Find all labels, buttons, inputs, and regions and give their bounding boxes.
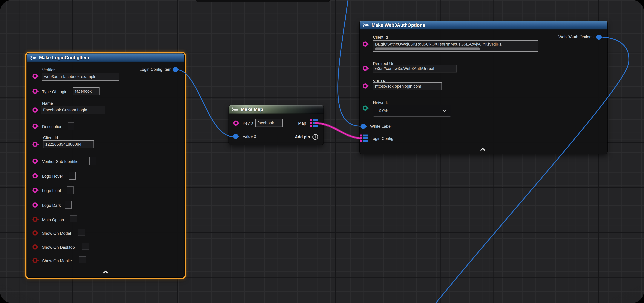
network-value: CYAN [379, 109, 388, 113]
key0-value: facebook [258, 121, 274, 125]
client-id-pin[interactable] [363, 42, 368, 46]
show-on-mobile-label: Show On Mobile [42, 258, 72, 263]
client-id-input[interactable]: 1222658941886084 [43, 140, 94, 148]
logo-dark-input[interactable] [65, 201, 72, 209]
login-config-label: Login Config [370, 136, 394, 141]
add-pin-plus-icon [312, 134, 318, 140]
node-title: Make LoginConfigItem [39, 55, 89, 60]
logo-light-pin[interactable] [32, 188, 38, 193]
show-on-mobile-checkbox[interactable] [79, 256, 86, 263]
client-id-value: 1222658941886084 [45, 142, 81, 147]
description-pin[interactable] [32, 124, 38, 129]
white-label-pin[interactable] [361, 124, 366, 129]
show-on-modal-pin[interactable] [32, 230, 38, 236]
type-of-login-pin[interactable] [32, 89, 38, 94]
main-option-label: Main Option [42, 218, 64, 222]
logo-dark-label: Logo Dark [42, 203, 61, 208]
wire-offscreen-to-white-label[interactable] [338, 0, 361, 126]
verifier-value: web3auth-facebook-example [44, 74, 96, 79]
type-of-login-value: facebook [75, 89, 92, 94]
add-pin-button[interactable]: Add pin [295, 134, 318, 140]
verifier-sub-identifier-label: Verifier Sub Identifier [42, 159, 80, 164]
verifier-sub-identifier-pin[interactable] [32, 158, 38, 164]
logo-hover-input[interactable] [69, 172, 76, 180]
show-on-desktop-pin[interactable] [32, 244, 38, 250]
offscreen-node-edge[interactable] [196, 0, 330, 2]
web3auth-options-output-label: Web 3Auth Options [558, 34, 594, 40]
wire-login-config-item-to-value0[interactable] [178, 70, 233, 137]
show-on-mobile-pin[interactable] [32, 258, 38, 263]
show-on-modal-checkbox[interactable] [78, 229, 85, 236]
client-id-label: Client Id [373, 35, 388, 40]
node-make-loginconfigitem[interactable]: Make LoginConfigItem Login Config Item V… [27, 54, 184, 277]
key0-pin[interactable] [233, 120, 238, 126]
name-pin[interactable] [32, 108, 38, 112]
logo-dark-pin[interactable] [32, 202, 38, 208]
key0-input[interactable]: facebook [256, 119, 282, 127]
value0-label: Value 0 [243, 134, 256, 139]
client-id-pin[interactable] [32, 142, 38, 147]
redirect-url-input[interactable]: w3a://com.w3a.Web3AuthUnreal [373, 65, 457, 72]
make-struct-icon [362, 23, 369, 28]
node-title: Make Web3AuthOptions [372, 22, 425, 28]
type-of-login-label: Type Of Login [42, 90, 67, 94]
verifier-pin[interactable] [32, 74, 38, 79]
type-of-login-input[interactable]: facebook [73, 87, 100, 95]
redirect-url-pin[interactable] [363, 66, 368, 71]
sdk-url-pin[interactable] [363, 84, 368, 88]
client-id-value: BEglQSgt4cUWcj6SKRdu5QkOXTsePmMcusG5EAoy… [375, 42, 537, 46]
make-struct-icon [30, 56, 37, 60]
client-id-label: Client Id [43, 136, 58, 140]
client-id-scrollbar[interactable] [375, 48, 480, 50]
node-header[interactable]: Make LoginConfigItem [27, 54, 184, 62]
network-dropdown[interactable]: CYAN [373, 104, 451, 117]
name-input[interactable]: Facebook Custom Login [41, 106, 106, 114]
verifier-label: Verifier [42, 68, 55, 72]
name-value: Facebook Custom Login [43, 108, 87, 112]
add-pin-label: Add pin [295, 135, 310, 139]
show-on-desktop-label: Show On Desktop [42, 245, 75, 250]
verifier-input[interactable]: web3auth-facebook-example [42, 73, 119, 80]
network-pin[interactable] [363, 106, 368, 110]
logo-hover-label: Logo Hover [42, 174, 63, 179]
value0-pin[interactable] [233, 134, 238, 139]
map-output-label: Map [298, 121, 306, 126]
main-option-checkbox[interactable] [70, 216, 77, 222]
node-title: Make Map [241, 107, 263, 112]
make-map-icon [232, 107, 238, 112]
logo-light-label: Logo Light [42, 188, 61, 193]
chevron-down-icon [442, 110, 446, 112]
key0-label: Key 0 [243, 121, 253, 126]
node-make-web3authoptions[interactable]: Make Web3AuthOptions Web 3Auth Options C… [360, 21, 607, 154]
white-label-label: White Label [370, 124, 392, 129]
node-header[interactable]: Make Web3AuthOptions [360, 21, 607, 30]
collapse-chevron-icon[interactable] [480, 148, 486, 151]
description-label: Description [42, 124, 62, 129]
blueprint-graph-canvas[interactable]: Make LoginConfigItem Login Config Item V… [0, 0, 644, 303]
client-id-input[interactable]: BEglQSgt4cUWcj6SKRdu5QkOXTsePmMcusG5EAoy… [373, 40, 538, 52]
node-header[interactable]: Make Map [229, 105, 324, 114]
redirect-url-value: w3a://com.w3a.Web3AuthUnreal [375, 66, 434, 71]
name-label: Name [42, 101, 53, 106]
sdk-url-input[interactable]: https://sdk.openlogin.com [373, 82, 442, 90]
verifier-sub-identifier-input[interactable] [90, 157, 96, 165]
node-make-map[interactable]: Make Map Key 0 facebook Map Value 0 Add … [229, 105, 324, 144]
logo-hover-pin[interactable] [32, 173, 38, 178]
show-on-desktop-checkbox[interactable] [82, 243, 89, 250]
description-input[interactable] [68, 122, 74, 130]
collapse-chevron-icon[interactable] [102, 270, 108, 274]
show-on-modal-label: Show On Modal [42, 231, 71, 236]
logo-light-input[interactable] [67, 186, 74, 194]
main-option-pin[interactable] [32, 217, 38, 222]
sdk-url-value: https://sdk.openlogin.com [375, 84, 421, 89]
login-config-item-output-label: Login Config Item [140, 67, 171, 72]
